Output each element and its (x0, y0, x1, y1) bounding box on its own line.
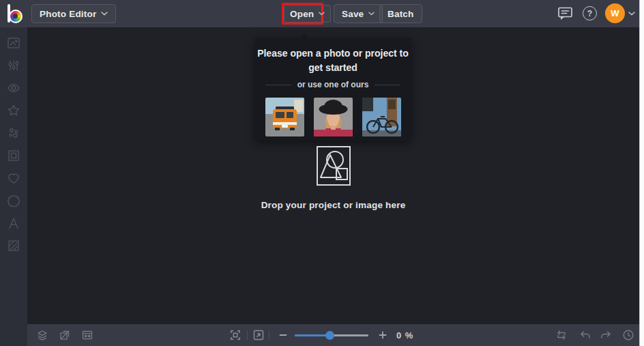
drop-label: Drop your project or image here (261, 200, 406, 210)
zoom-percentage: 0 % (396, 330, 413, 341)
save-button[interactable]: Save (334, 4, 383, 23)
drop-target[interactable]: Drop your project or image here (27, 146, 639, 210)
sidebar-item-edit[interactable] (6, 35, 21, 51)
drop-shapes-icon (317, 146, 351, 188)
save-button-label: Save (342, 9, 364, 19)
separator (269, 330, 269, 340)
divider-line (375, 85, 400, 85)
chevron-down-icon (101, 12, 108, 16)
feedback-comment-icon[interactable] (557, 6, 573, 23)
frames-icon (6, 148, 21, 163)
app-menu-button[interactable]: Photo Editor (31, 4, 116, 23)
fit-to-screen-button[interactable] (229, 329, 241, 341)
compare-toggle-button[interactable] (555, 329, 568, 341)
divider-line (265, 85, 291, 85)
sidebar-item-touchup[interactable] (6, 126, 21, 141)
sample-thumb-blue-bicycle[interactable] (362, 98, 401, 136)
popover-caret (299, 33, 310, 38)
chevron-down-icon (628, 12, 635, 16)
color-wheel-icon (9, 10, 23, 23)
popover-title: Please open a photo or project to get st… (254, 46, 411, 75)
edit-image-icon (6, 35, 21, 51)
sidebar-item-frames[interactable] (6, 148, 21, 163)
open-button[interactable]: Open (284, 5, 331, 23)
top-toolbar: Photo Editor Open Save Batch (0, 0, 639, 27)
chevron-down-icon (319, 12, 325, 16)
panels-button[interactable] (81, 329, 93, 341)
effects-eye-icon (6, 81, 21, 96)
chevron-down-icon (368, 12, 375, 16)
get-started-popover: Please open a photo or project to get st… (254, 38, 411, 141)
open-button-annotation: Open (282, 3, 323, 25)
sample-thumb-orange-van[interactable] (265, 98, 304, 136)
zoom-in-button[interactable] (377, 329, 389, 341)
account-menu[interactable]: W (605, 3, 635, 23)
help-glyph: ? (587, 9, 592, 18)
graphics-heart-icon (6, 171, 21, 186)
befunky-logo-icon[interactable] (6, 3, 25, 24)
batch-button[interactable]: Batch (379, 4, 422, 23)
open-button-label: Open (290, 9, 314, 19)
zoom-out-button[interactable] (277, 329, 289, 341)
photo-editor-app: Photo Editor Open Save Batch (0, 0, 644, 346)
sidebar-item-textures[interactable] (6, 238, 21, 253)
avatar-initial: W (611, 8, 619, 18)
artsy-star-icon (6, 103, 21, 118)
bottom-toolbar: 0 % (27, 324, 639, 346)
layers-button[interactable] (36, 329, 48, 341)
zoom-slider-thumb[interactable] (325, 331, 334, 340)
sample-thumb-woman-portrait[interactable] (314, 98, 353, 136)
sidebar-item-graphics[interactable] (6, 171, 21, 186)
separator (247, 330, 248, 340)
popover-subtitle: or use one of ours (254, 80, 411, 89)
redo-button[interactable] (600, 329, 613, 341)
sidebar-item-effects[interactable] (6, 81, 21, 96)
sidebar-item-overlays[interactable] (6, 193, 21, 208)
app-menu-label: Photo Editor (40, 9, 96, 19)
zoom-slider-fill (295, 334, 330, 336)
textures-icon (6, 238, 21, 253)
history-clock-button[interactable] (622, 329, 634, 341)
help-icon[interactable]: ? (583, 6, 597, 20)
text-icon (6, 216, 21, 231)
avatar[interactable]: W (605, 3, 625, 23)
sidebar-item-text[interactable] (6, 216, 21, 231)
batch-button-label: Batch (387, 9, 414, 19)
zoom-slider[interactable] (295, 334, 368, 336)
adjust-sliders-icon (6, 58, 21, 73)
sidebar-item-adjust[interactable] (6, 58, 21, 73)
tools-sidebar (0, 27, 27, 346)
sidebar-item-artsy[interactable] (6, 103, 21, 118)
window-edge-strip (639, 0, 644, 346)
overlays-badge-icon (6, 193, 21, 208)
sample-photos (254, 98, 411, 136)
resize-canvas-button[interactable] (59, 329, 71, 341)
undo-button[interactable] (579, 329, 591, 341)
touchup-dots-icon (6, 126, 21, 141)
fullscreen-button[interactable] (252, 329, 265, 341)
canvas-area: Please open a photo or project to get st… (27, 27, 639, 324)
